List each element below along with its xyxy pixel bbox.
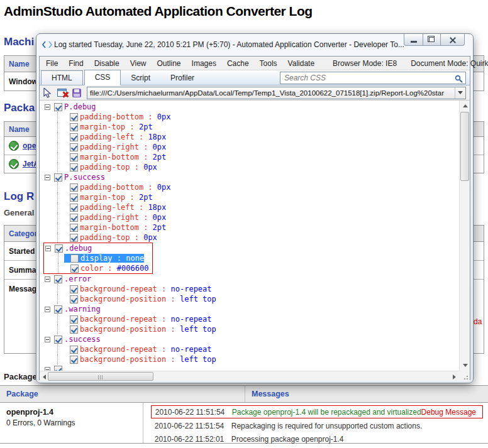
property-entry[interactable]: background-repeat : no-repeat [64,285,212,293]
tree-selector-row[interactable]: .debug [44,243,152,253]
property-entry[interactable]: padding-top : 0px [64,163,157,172]
property-entry[interactable]: margin-bottom : 2pt [64,223,166,232]
property-checkbox[interactable] [70,254,79,263]
property-checkbox[interactable] [70,163,78,172]
property-entry[interactable]: padding-right : 0px [64,213,166,222]
tree-property-row[interactable]: display : none [44,253,152,263]
property-checkbox[interactable] [70,285,78,293]
collapse-icon[interactable] [45,175,50,180]
tree-property-row[interactable]: padding-left : 18px [43,202,459,212]
property-checkbox[interactable] [70,143,78,151]
property-entry[interactable]: margin-top : 2pt [64,123,153,131]
tree-property-row[interactable]: padding-top : 0px [43,162,459,172]
tree-property-row[interactable]: padding-right : 0px [43,142,459,152]
horizontal-scrollbar[interactable] [40,371,459,381]
property-entry[interactable]: background-repeat : no-repeat [64,315,212,324]
tree-property-row[interactable]: color : #006600 [44,263,152,273]
tree-property-row[interactable]: background-position : left top [43,354,459,364]
clear-cache-icon[interactable] [57,89,67,97]
tree-selector-row[interactable]: .success [43,334,459,344]
property-entry[interactable]: color : #006600 [64,264,148,273]
property-entry[interactable]: padding-bottom : 0px [64,183,171,192]
property-entry[interactable]: padding-left : 18px [64,133,166,141]
menu-item-validate[interactable]: Validate [288,59,314,68]
resize-grip[interactable] [459,371,470,381]
property-entry[interactable]: padding-right : 0px [64,143,166,151]
property-checkbox[interactable] [70,356,78,364]
menu-item-images[interactable]: Images [192,59,216,68]
property-checkbox[interactable] [70,295,78,303]
vertical-scrollbar[interactable] [459,101,470,371]
property-checkbox[interactable] [70,234,78,242]
titlebar[interactable]: Log started Tuesday, June 22, 2010 5:21 … [36,34,473,56]
property-entry[interactable]: margin-bottom : 2pt [64,153,166,161]
menu-item-tools[interactable]: Tools [260,59,277,68]
tree-property-row[interactable]: padding-bottom : 0px [43,112,459,122]
property-checkbox[interactable] [70,153,78,161]
tree-property-row[interactable]: padding-bottom : 0px [43,182,459,192]
property-checkbox[interactable] [70,315,78,324]
vertical-scroll-thumb[interactable] [460,112,469,181]
minimize-button[interactable] [404,34,423,46]
save-icon[interactable] [72,89,81,97]
property-entry[interactable]: padding-bottom : 0px [64,112,171,121]
rule-checkbox[interactable] [54,173,62,182]
collapse-icon[interactable] [45,104,50,110]
property-checkbox[interactable] [70,123,78,131]
rule-checkbox[interactable] [54,275,62,283]
document-mode[interactable]: Document Mode: Quirks [411,59,488,68]
tree-property-row[interactable]: background-repeat : no-repeat [43,344,459,354]
rule-checkbox[interactable] [54,103,62,111]
tree-property-row[interactable]: margin-bottom : 2pt [43,222,459,232]
property-entry[interactable]: display : none [64,254,144,263]
property-checkbox[interactable] [70,346,78,354]
property-checkbox[interactable] [70,113,78,121]
scroll-left-icon[interactable] [43,374,46,380]
rule-checkbox[interactable] [55,244,63,253]
menu-item-cache[interactable]: Cache [227,59,249,68]
rule-checkbox[interactable] [54,336,62,344]
property-entry[interactable]: background-position : left top [64,295,216,303]
maximize-button[interactable] [423,34,441,46]
collapse-icon[interactable] [45,276,50,282]
menu-item-file[interactable]: File [46,59,58,68]
menu-item-outline[interactable]: Outline [157,59,181,68]
menu-item-find[interactable]: Find [69,59,83,68]
search-input[interactable] [280,72,466,84]
collapse-icon[interactable] [45,246,51,251]
tree-property-row[interactable]: margin-top : 2pt [43,122,459,132]
property-entry[interactable]: background-position : left top [64,355,216,364]
property-entry[interactable]: background-position : left top [64,325,216,334]
tab-css[interactable]: CSS [84,70,121,85]
scroll-up-icon[interactable] [463,104,468,107]
rule-checkbox[interactable] [54,366,62,371]
tree-property-row[interactable]: background-position : left top [43,294,459,304]
property-checkbox[interactable] [70,133,78,141]
scroll-down-icon[interactable] [463,364,468,367]
tree-property-row[interactable]: margin-bottom : 2pt [43,152,459,162]
scroll-right-icon[interactable] [453,374,456,380]
url-dropdown-icon[interactable] [455,87,465,99]
browser-mode[interactable]: Browser Mode: IE8 [333,59,397,68]
tab-script[interactable]: Script [121,71,160,85]
collapse-icon[interactable] [45,307,50,312]
tree-property-row[interactable]: background-repeat : no-repeat [43,314,459,324]
property-checkbox[interactable] [70,325,78,334]
tab-html[interactable]: HTML [41,70,83,85]
tree-selector-row[interactable]: .error [43,274,459,284]
search-icon[interactable] [455,74,463,85]
property-checkbox[interactable] [70,183,78,192]
tree-property-row[interactable]: padding-top : 0px [43,232,459,243]
property-checkbox[interactable] [70,265,79,273]
property-entry[interactable]: padding-left : 18px [64,203,166,212]
menu-item-view[interactable]: View [130,59,147,68]
url-combobox[interactable]: file:///C:/Users/michaelurman/AppData/Lo… [87,87,466,99]
tree-selector-row[interactable]: P.debug [43,102,459,112]
tree-property-row[interactable]: margin-top : 2pt [43,192,459,202]
horizontal-scroll-thumb[interactable] [48,372,153,381]
select-element-icon[interactable] [43,88,52,98]
property-entry[interactable]: background-repeat : no-repeat [64,345,212,354]
property-checkbox[interactable] [70,214,78,222]
property-checkbox[interactable] [70,224,78,232]
menu-item-disable[interactable]: Disable [94,59,119,68]
